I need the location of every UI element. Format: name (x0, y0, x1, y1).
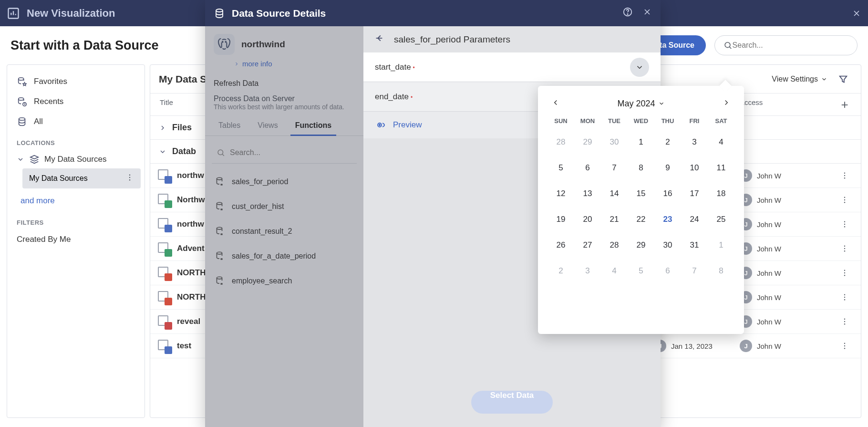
function-row[interactable]: constant_result_2 (205, 219, 363, 244)
function-icon (214, 226, 225, 237)
function-row[interactable]: employee_search (205, 269, 363, 293)
required-dot: • (413, 64, 415, 71)
back-icon[interactable] (374, 33, 384, 46)
day-cell[interactable]: 10 (681, 155, 708, 181)
col-add[interactable]: + (835, 98, 854, 111)
chevron-down-icon[interactable] (630, 58, 649, 77)
dow-cell: TUE (601, 117, 628, 125)
day-cell[interactable]: 4 (601, 258, 628, 284)
filter-icon[interactable] (834, 70, 852, 88)
view-settings-button[interactable]: View Settings (772, 75, 827, 83)
more-info-link[interactable]: more info (205, 58, 363, 73)
day-cell[interactable]: 6 (574, 155, 601, 181)
row-more[interactable] (835, 196, 854, 204)
day-cell[interactable]: 22 (628, 207, 654, 232)
day-cell[interactable]: 4 (708, 129, 734, 155)
row-more[interactable] (835, 269, 854, 277)
cal-month-year[interactable]: May 2024 (617, 99, 664, 109)
day-cell[interactable]: 1 (708, 232, 734, 258)
row-more[interactable] (835, 220, 854, 229)
sidebar-favorites[interactable]: Favorites (11, 72, 141, 92)
stack-icon (29, 154, 40, 165)
filter-created-by-me[interactable]: Created By Me (11, 230, 141, 249)
tab-functions[interactable]: Functions (287, 115, 340, 135)
sidebar-recents[interactable]: Recents (11, 92, 141, 112)
close-icon[interactable] (852, 9, 861, 18)
chart-icon (7, 7, 20, 20)
param-start-date[interactable]: start_date• (363, 52, 661, 82)
day-cell[interactable]: 15 (628, 181, 654, 207)
row-more[interactable] (835, 293, 854, 302)
day-cell[interactable]: 30 (654, 232, 681, 258)
day-cell[interactable]: 8 (708, 258, 734, 284)
day-cell[interactable]: 5 (628, 258, 654, 284)
select-data-button[interactable]: Select Data (471, 391, 553, 414)
cal-next-month[interactable] (722, 98, 731, 109)
day-cell[interactable]: 3 (681, 129, 708, 155)
day-cell[interactable]: 26 (548, 232, 574, 258)
day-cell[interactable]: 27 (574, 232, 601, 258)
svg-point-2 (19, 78, 24, 81)
modal-close-icon[interactable] (642, 7, 652, 19)
day-cell[interactable]: 11 (708, 155, 734, 181)
refresh-data[interactable]: Refresh Data (205, 73, 363, 94)
function-row[interactable]: sales_for_a_date_period (205, 244, 363, 269)
day-cell[interactable]: 6 (654, 258, 681, 284)
params-title: sales_for_period Parameters (394, 34, 510, 45)
day-cell[interactable]: 25 (708, 207, 734, 232)
day-cell[interactable]: 8 (628, 155, 654, 181)
day-cell[interactable]: 12 (548, 181, 574, 207)
day-cell[interactable]: 21 (601, 207, 628, 232)
more-vert-icon[interactable] (125, 173, 134, 184)
postgres-icon (214, 34, 235, 55)
sidebar-all[interactable]: All (11, 112, 141, 132)
day-cell[interactable]: 1 (628, 129, 654, 155)
col-access: Access (740, 98, 835, 111)
day-cell[interactable]: 9 (654, 155, 681, 181)
day-cell[interactable]: 13 (574, 181, 601, 207)
day-cell[interactable]: 30 (601, 129, 628, 155)
row-more[interactable] (835, 244, 854, 253)
day-cell[interactable]: 23 (654, 207, 681, 232)
function-row[interactable]: sales_for_period (205, 169, 363, 194)
day-cell[interactable]: 14 (601, 181, 628, 207)
row-more[interactable] (835, 342, 854, 350)
function-row[interactable]: cust_order_hist (205, 194, 363, 219)
row-access: JJohn W (740, 218, 835, 230)
day-cell[interactable]: 5 (548, 155, 574, 181)
day-cell[interactable]: 7 (601, 155, 628, 181)
day-cell[interactable]: 3 (574, 258, 601, 284)
and-more-link[interactable]: and more (11, 190, 141, 211)
tree-my-data-sources[interactable]: My Data Sources (11, 150, 141, 168)
tab-tables[interactable]: Tables (210, 115, 249, 135)
day-cell[interactable]: 2 (654, 129, 681, 155)
tab-views[interactable]: Views (249, 115, 286, 135)
svg-point-18 (844, 246, 845, 247)
day-cell[interactable]: 20 (574, 207, 601, 232)
global-search-input[interactable] (733, 41, 848, 50)
day-cell[interactable]: 16 (654, 181, 681, 207)
row-more[interactable] (835, 317, 854, 326)
day-cell[interactable]: 24 (681, 207, 708, 232)
row-more[interactable] (835, 171, 854, 180)
global-search[interactable] (714, 35, 858, 55)
tree-my-data-sources-nested[interactable]: My Data Sources (22, 168, 141, 188)
day-cell[interactable]: 29 (628, 232, 654, 258)
help-icon[interactable] (622, 7, 633, 20)
search-icon (723, 41, 733, 50)
day-cell[interactable]: 28 (601, 232, 628, 258)
day-cell[interactable]: 28 (548, 129, 574, 155)
cal-prev-month[interactable] (551, 98, 560, 109)
day-cell[interactable]: 2 (548, 258, 574, 284)
day-cell[interactable]: 17 (681, 181, 708, 207)
day-cell[interactable]: 19 (548, 207, 574, 232)
star-db-icon (17, 76, 27, 87)
day-cell[interactable]: 29 (574, 129, 601, 155)
day-cell[interactable]: 31 (681, 232, 708, 258)
svg-point-29 (844, 323, 845, 324)
functions-search-input[interactable] (230, 148, 352, 157)
svg-point-12 (844, 197, 845, 198)
functions-search[interactable] (212, 142, 357, 164)
day-cell[interactable]: 7 (681, 258, 708, 284)
day-cell[interactable]: 18 (708, 181, 734, 207)
